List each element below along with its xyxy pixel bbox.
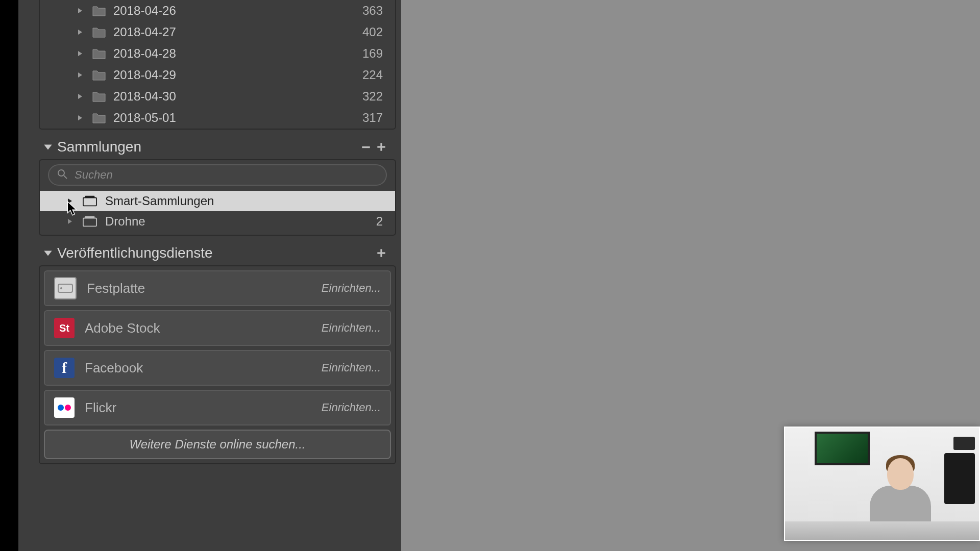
folder-name: 2018-04-29: [113, 68, 362, 82]
collection-set-icon: [83, 214, 97, 229]
folder-icon: [92, 111, 106, 125]
collection-row-selected[interactable]: Smart-Sammlungen: [40, 191, 395, 211]
disclosure-right-icon[interactable]: [76, 6, 85, 15]
svg-marker-12: [68, 198, 72, 204]
folder-icon: [92, 89, 106, 104]
svg-rect-9: [377, 146, 385, 147]
collection-name: Smart-Sammlungen: [105, 194, 383, 208]
left-black-strip: [0, 0, 18, 551]
folder-row[interactable]: 2018-04-26 363: [40, 0, 395, 21]
svg-marker-4: [78, 94, 82, 99]
collections-title: Sammlungen: [57, 139, 358, 155]
service-icon-hd: [54, 277, 77, 299]
collections-plus-button[interactable]: [374, 139, 389, 155]
folder-name: 2018-04-28: [113, 46, 362, 61]
collections-panel: Smart-Sammlungen Drohne 2: [39, 159, 396, 236]
svg-marker-0: [78, 8, 82, 13]
folder-row[interactable]: 2018-04-28 169: [40, 43, 395, 64]
disclosure-right-icon[interactable]: [65, 217, 75, 226]
folder-count: 402: [362, 25, 383, 39]
svg-point-22: [60, 287, 62, 289]
folder-count: 169: [362, 46, 383, 61]
svg-marker-2: [78, 51, 82, 56]
collection-count: 2: [376, 214, 383, 229]
disclosure-down-icon[interactable]: [39, 247, 57, 259]
folder-count: 224: [362, 68, 383, 82]
disclosure-right-icon[interactable]: [65, 196, 75, 206]
folder-count: 322: [362, 89, 383, 104]
disclosure-right-icon[interactable]: [76, 92, 85, 101]
publish-service-hd[interactable]: Festplatte Einrichten...: [44, 270, 391, 306]
svg-marker-6: [44, 145, 52, 150]
publish-plus-button[interactable]: [374, 245, 389, 261]
folder-name: 2018-04-30: [113, 89, 362, 104]
folder-icon: [92, 68, 106, 82]
service-setup-button[interactable]: Einrichten...: [322, 361, 381, 374]
service-setup-button[interactable]: Einrichten...: [322, 401, 381, 414]
collection-set-icon: [83, 194, 97, 208]
folder-count: 317: [362, 111, 383, 125]
folder-name: 2018-04-27: [113, 25, 362, 39]
publish-service-flk[interactable]: Flickr Einrichten...: [44, 390, 391, 425]
folder-name: 2018-04-26: [113, 4, 362, 18]
svg-rect-7: [362, 146, 370, 148]
svg-marker-5: [78, 115, 82, 120]
webcam-overlay: [784, 427, 980, 541]
svg-rect-13: [83, 197, 96, 206]
publish-panel: Festplatte Einrichten... St Adobe Stock …: [39, 265, 396, 464]
svg-marker-18: [44, 251, 52, 256]
disclosure-right-icon[interactable]: [76, 113, 85, 122]
disclosure-down-icon[interactable]: [39, 141, 57, 153]
folder-name: 2018-05-01: [113, 111, 362, 125]
collections-search[interactable]: [48, 164, 387, 186]
library-sidebar: 2018-04-26 363 2018-04-27 402 2018-04-28…: [18, 0, 401, 551]
collection-row[interactable]: Drohne 2: [40, 211, 395, 232]
folder-row[interactable]: 2018-04-27 402: [40, 21, 395, 43]
disclosure-right-icon[interactable]: [76, 70, 85, 80]
service-name: Festplatte: [87, 281, 322, 296]
collections-panel-header[interactable]: Sammlungen: [39, 135, 396, 159]
publish-service-st[interactable]: St Adobe Stock Einrichten...: [44, 310, 391, 346]
svg-line-11: [64, 176, 67, 179]
collections-minus-button[interactable]: [358, 139, 374, 155]
collections-search-input[interactable]: [74, 168, 378, 182]
service-setup-button[interactable]: Einrichten...: [322, 282, 381, 295]
svg-marker-15: [68, 219, 72, 224]
service-icon-fb: f: [54, 358, 75, 378]
disclosure-right-icon[interactable]: [76, 28, 85, 37]
folder-row[interactable]: 2018-04-30 322: [40, 86, 395, 107]
service-name: Flickr: [85, 400, 322, 416]
svg-point-10: [58, 170, 64, 176]
disclosure-right-icon[interactable]: [76, 49, 85, 58]
collection-name: Drohne: [105, 214, 376, 229]
folder-row[interactable]: 2018-04-29 224: [40, 64, 395, 86]
svg-rect-16: [83, 218, 96, 226]
svg-rect-20: [377, 252, 385, 254]
folder-icon: [92, 46, 106, 61]
folder-icon: [92, 4, 106, 18]
folder-icon: [92, 25, 106, 39]
service-name: Facebook: [85, 360, 322, 376]
publish-panel-header[interactable]: Veröffentlichungsdienste: [39, 241, 396, 265]
svg-rect-17: [85, 216, 95, 218]
folders-panel: 2018-04-26 363 2018-04-27 402 2018-04-28…: [39, 0, 396, 130]
publish-title: Veröffentlichungsdienste: [57, 245, 374, 261]
find-more-services-button[interactable]: Weitere Dienste online suchen...: [44, 430, 391, 459]
svg-rect-14: [85, 196, 95, 198]
svg-marker-3: [78, 72, 82, 78]
folder-row[interactable]: 2018-05-01 317: [40, 107, 395, 129]
svg-marker-1: [78, 30, 82, 35]
service-icon-st: St: [54, 318, 75, 338]
search-icon: [57, 169, 67, 181]
service-setup-button[interactable]: Einrichten...: [322, 321, 381, 335]
service-name: Adobe Stock: [85, 320, 322, 336]
folder-count: 363: [362, 4, 383, 18]
publish-service-fb[interactable]: f Facebook Einrichten...: [44, 350, 391, 386]
service-icon-flk: [54, 397, 75, 418]
